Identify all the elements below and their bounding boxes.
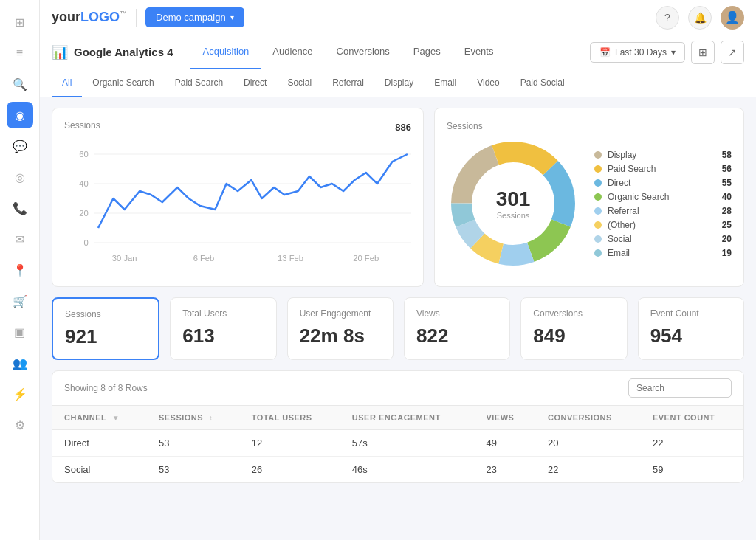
tab-acquisition[interactable]: Acquisition [190,35,261,69]
cell-channel-direct: Direct [52,430,147,457]
filter-email[interactable]: Email [424,69,467,97]
demo-chevron-icon: ▾ [230,13,234,21]
col-views[interactable]: VIEWS [474,406,536,430]
line-chart-svg: 60 40 20 0 30 Jan 6 Feb 13 Feb 20 Feb [64,139,411,272]
help-button[interactable]: ? [656,6,679,30]
legend-val-organic: 40 [714,192,732,202]
sidebar-search-icon[interactable]: 🔍 [7,71,33,97]
table-body: Direct 53 12 57s 49 20 22 Social 53 26 4… [52,430,743,483]
date-chevron-icon: ▾ [671,47,676,58]
cell-events-social: 59 [641,457,743,483]
topbar-divider [136,9,137,27]
table-header-row: Showing 8 of 8 Rows [52,371,743,406]
metric-conversions[interactable]: Conversions 849 [520,297,627,360]
metric-sessions[interactable]: Sessions 921 [52,297,159,360]
filter-display[interactable]: Display [374,69,424,97]
sidebar-settings-icon[interactable]: ⚙ [7,412,33,438]
filter-all[interactable]: All [52,69,82,97]
cell-sessions-social: 53 [147,457,240,483]
legend-dot-social [594,235,602,243]
table-search-input[interactable] [628,378,732,398]
svg-text:40: 40 [79,179,88,188]
header-actions: 📅 Last 30 Days ▾ ⊞ ↗ [590,41,744,64]
cell-channel-social: Social [52,457,147,483]
col-sessions[interactable]: SESSIONS ↕ [147,406,240,430]
filter-direct[interactable]: Direct [233,69,277,97]
tab-events[interactable]: Events [453,35,506,69]
sidebar-analytics-icon[interactable]: ◉ [7,102,33,128]
legend-dot-direct [594,179,602,187]
filter-organic-search[interactable]: Organic Search [82,69,164,97]
legend-val-email: 19 [714,248,732,258]
line-chart-title: Sessions [64,120,100,131]
cell-views-social: 23 [474,457,536,483]
col-event-count[interactable]: EVENT COUNT [641,406,743,430]
page-title: Google Analytics 4 [74,46,173,58]
sort-icon-sessions: ↕ [209,414,213,422]
sidebar-integrations-icon[interactable]: ⚡ [7,381,33,407]
sidebar-menu-icon[interactable]: ≡ [7,40,33,66]
donut-chart-title: Sessions [447,121,483,131]
svg-text:6 Feb: 6 Feb [193,254,215,263]
tab-pages[interactable]: Pages [402,35,453,69]
content-area: Sessions 886 60 40 20 0 30 Jan 6 Fe [40,97,756,540]
svg-text:0: 0 [83,238,88,247]
col-conversions[interactable]: CONVERSIONS [536,406,641,430]
sidebar-location-icon[interactable]: 📍 [7,257,33,283]
subheader: 📊 Google Analytics 4 Acquisition Audienc… [40,35,756,69]
col-channel[interactable]: CHANNEL ▼ [52,406,147,430]
legend-name-other: (Other) [608,220,708,230]
legend-item-referral: Referral 28 [594,206,732,216]
filter-paid-social[interactable]: Paid Social [510,69,575,97]
cell-sessions-direct: 53 [147,430,240,457]
columns-button[interactable]: ⊞ [691,41,715,64]
metric-event-count-label: Event Count [650,308,732,319]
cell-events-direct: 22 [641,430,743,457]
filter-social[interactable]: Social [277,69,322,97]
legend-item-display: Display 58 [594,150,732,160]
data-table-card: Showing 8 of 8 Rows CHANNEL ▼ SESSIONS ↕… [52,370,744,483]
data-table: CHANNEL ▼ SESSIONS ↕ TOTAL USERS USER EN… [52,406,743,482]
sidebar-users-icon[interactable]: 👥 [7,350,33,376]
legend-item-social: Social 20 [594,234,732,244]
sidebar-chat-icon[interactable]: 💬 [7,133,33,159]
sidebar-pages-icon[interactable]: ▣ [7,319,33,345]
metric-total-users[interactable]: Total Users 613 [170,297,276,360]
legend-dot-email [594,249,602,257]
metric-conversions-value: 849 [533,325,614,347]
date-range-button[interactable]: 📅 Last 30 Days ▾ [590,42,685,63]
demo-campaign-button[interactable]: Demo campaign ▾ [145,7,244,27]
metric-sessions-label: Sessions [65,309,146,319]
metric-event-count[interactable]: Event Count 954 [638,297,744,360]
svg-text:20: 20 [79,209,88,218]
tab-audience[interactable]: Audience [261,35,324,69]
filter-paid-search[interactable]: Paid Search [165,69,233,97]
legend: Display 58 Paid Search 56 Direct 55 [594,150,732,258]
tab-conversions[interactable]: Conversions [325,35,402,69]
col-total-users[interactable]: TOTAL USERS [240,406,340,430]
legend-name-direct: Direct [608,178,708,188]
sidebar-cart-icon[interactable]: 🛒 [7,288,33,314]
share-button[interactable]: ↗ [721,41,744,64]
metric-views-label: Views [416,308,498,319]
sidebar-mail-icon[interactable]: ✉ [7,226,33,252]
sidebar-phone-icon[interactable]: 📞 [7,195,33,221]
avatar[interactable]: 👤 [721,6,744,30]
metric-user-engagement[interactable]: User Engagement 22m 8s [287,297,394,360]
donut-wrapper: 301 Sessions [447,137,580,270]
cell-conversions-direct: 20 [536,430,641,457]
metric-views[interactable]: Views 822 [404,297,510,360]
table-showing: Showing 8 of 8 Rows [64,383,148,393]
sidebar-audio-icon[interactable]: ◎ [7,164,33,190]
filter-video[interactable]: Video [467,69,509,97]
legend-val-referral: 28 [714,206,732,216]
cell-engagement-direct: 57s [340,430,475,457]
notifications-button[interactable]: 🔔 [688,6,712,30]
sidebar-home-icon[interactable]: ⊞ [7,9,33,35]
sidebar: ⊞ ≡ 🔍 ◉ 💬 ◎ 📞 ✉ 📍 🛒 ▣ 👥 ⚡ ⚙ [0,0,40,540]
col-user-engagement[interactable]: USER ENGAGEMENT [340,406,475,430]
donut-area: 301 Sessions Display 58 Paid Search [447,137,732,270]
table-row: Direct 53 12 57s 49 20 22 [52,430,743,457]
legend-dot-referral [594,207,602,215]
filter-referral[interactable]: Referral [322,69,374,97]
